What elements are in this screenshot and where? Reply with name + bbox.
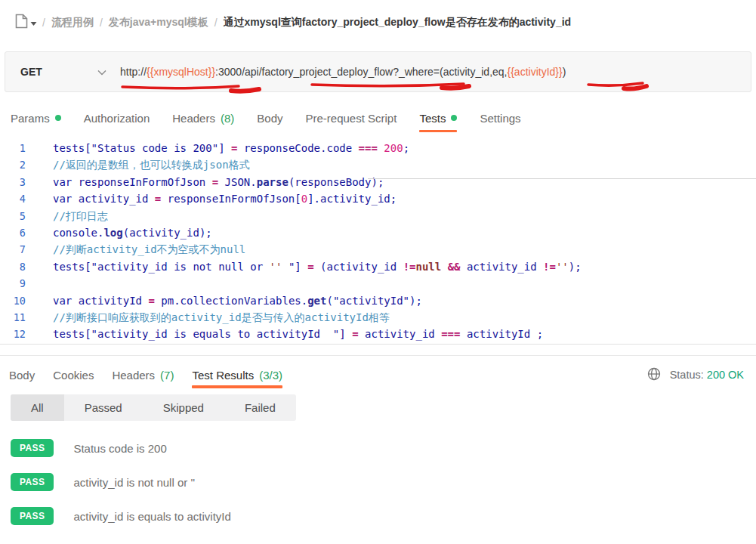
code-token: ]: [295, 261, 307, 273]
test-result-row: PASSactivity_id is equals to activityId: [11, 506, 745, 526]
request-url-bar: GET http://{{xmysqlHost}}:3000/api/facto…: [5, 51, 751, 92]
url-segment-plain: ): [563, 66, 566, 78]
code-token: !=: [543, 261, 556, 273]
request-tab-params[interactable]: Params: [11, 102, 61, 134]
tab-count: (7): [160, 369, 174, 382]
line-number: 8: [0, 258, 36, 275]
code-token: 0: [301, 193, 307, 205]
code-token: null: [415, 261, 441, 273]
code-line[interactable]: 1tests["Status code is 200"] = responseC…: [0, 140, 756, 156]
filter-tab-passed[interactable]: Passed: [64, 394, 143, 421]
code-token: =: [352, 328, 358, 340]
request-tab-authorization[interactable]: Authorization: [84, 102, 150, 134]
filter-tab-all[interactable]: All: [11, 394, 64, 421]
code-text: tests["Status code is 200"] = responseCo…: [36, 140, 409, 156]
pass-badge: PASS: [11, 473, 54, 491]
code-token: !=: [403, 261, 416, 273]
line-number: 9: [0, 275, 36, 292]
code-line[interactable]: 11//判断接口响应获取到的activity_id是否与传入的activityI…: [0, 309, 756, 326]
code-text: var responseInFormOfJson = JSON.parse(re…: [36, 174, 384, 190]
code-line[interactable]: 8tests["activity_id is not null or '' "]…: [0, 258, 756, 275]
tab-label: Body: [9, 369, 35, 382]
code-line[interactable]: 7//判断activity_id不为空或不为null: [0, 241, 756, 258]
request-tab-tests[interactable]: Tests: [419, 102, 457, 134]
code-line[interactable]: 4var activity_id = responseInFormOfJson[…: [0, 190, 756, 207]
url-input[interactable]: http://{{xmysqlHost}}:3000/api/factory_p…: [120, 66, 566, 78]
code-line[interactable]: 2//返回的是数组，也可以转换成json格式: [0, 156, 756, 173]
code-token: pm.collectionVariables.: [155, 295, 307, 307]
code-line[interactable]: 6console.log(activity_id);: [0, 224, 756, 241]
code-line[interactable]: 5//打印日志: [0, 208, 756, 224]
code-text: console.log(activity_id);: [36, 224, 212, 241]
request-tab-bar: ParamsAuthorizationHeaders(8)BodyPre-req…: [0, 102, 756, 134]
code-token: );: [409, 295, 422, 307]
tab-label: Body: [257, 112, 282, 125]
unsaved-dot-icon: [55, 115, 61, 121]
tab-count: (3/3): [259, 369, 282, 382]
code-token: =: [307, 261, 313, 273]
breadcrumb-item[interactable]: 发布java+mysql模板: [109, 16, 208, 29]
line-number: 10: [0, 292, 36, 309]
request-tab-pre-request-script[interactable]: Pre-request Script: [306, 102, 397, 134]
line-number: 6: [0, 224, 36, 241]
globe-icon[interactable]: [647, 367, 661, 383]
collection-file-button[interactable]: [15, 14, 37, 32]
breadcrumb-item[interactable]: 流程用例: [51, 16, 94, 29]
response-tab-body[interactable]: Body: [9, 361, 35, 388]
response-tab-test-results[interactable]: Test Results(3/3): [192, 361, 282, 388]
request-tab-headers[interactable]: Headers(8): [172, 102, 234, 134]
code-token: parse: [257, 176, 289, 188]
breadcrumb: /流程用例/发布java+mysql模板/通过xmysql查询factory_p…: [15, 9, 748, 36]
code-line[interactable]: 12tests["activity_id is equals to activi…: [0, 326, 756, 342]
code-token: responseInFormOfJson[: [161, 193, 301, 205]
code-line[interactable]: 10var activityId = pm.collectionVariable…: [0, 292, 756, 309]
code-line[interactable]: 3var responseInFormOfJson = JSON.parse(r…: [0, 174, 756, 190]
url-segment-plain: :3000/api/factory_project_deploy_flow?_w…: [215, 66, 507, 78]
pass-badge: PASS: [11, 439, 54, 457]
test-results-list: PASSStatus code is 200PASSactivity_id is…: [11, 438, 745, 540]
tab-label: Params: [11, 112, 50, 125]
code-token: //判断activity_id不为空或不为null: [53, 243, 245, 255]
code-token: ": [282, 261, 295, 273]
response-tab-cookies[interactable]: Cookies: [53, 361, 94, 388]
request-tab-settings[interactable]: Settings: [480, 102, 520, 134]
code-token: "activityId": [333, 295, 409, 307]
code-token: get: [307, 295, 326, 307]
code-text: //判断activity_id不为空或不为null: [36, 241, 245, 258]
code-token: "activity_id is equals to activityId ": [91, 328, 340, 340]
line-number: 5: [0, 208, 36, 224]
response-tab-headers[interactable]: Headers(7): [112, 361, 174, 388]
code-token: activityId ;: [460, 328, 543, 340]
filter-tab-failed[interactable]: Failed: [224, 394, 296, 421]
tab-label: Cookies: [53, 369, 94, 382]
code-text: tests["activity_id is not null or '' "] …: [36, 258, 582, 275]
code-token: console.: [53, 227, 103, 239]
tab-label: Test Results: [192, 369, 254, 382]
code-text: //打印日志: [36, 208, 108, 224]
code-token: responseCode.code: [237, 142, 358, 154]
status-label: Status:: [670, 369, 704, 381]
request-tab-body[interactable]: Body: [257, 102, 282, 134]
code-token: 200: [384, 142, 403, 154]
method-selector[interactable]: GET: [5, 66, 120, 78]
code-token: var responseInFormOfJson: [53, 176, 212, 188]
code-line[interactable]: 9: [0, 275, 756, 292]
test-result-row: PASSactivity_id is not null or '': [11, 472, 745, 492]
tab-count: (8): [221, 112, 234, 125]
pass-badge: PASS: [11, 507, 54, 525]
code-token: (: [326, 295, 332, 307]
code-token: tests[: [53, 328, 91, 340]
line-number: 4: [0, 190, 36, 207]
pane-resize-divider[interactable]: [368, 178, 756, 179]
code-token: log: [103, 227, 122, 239]
code-token: var activityId: [53, 295, 148, 307]
tests-code-editor[interactable]: 1tests["Status code is 200"] = responseC…: [0, 138, 756, 345]
filter-tab-skipped[interactable]: Skipped: [143, 394, 224, 421]
test-result-text: activity_id is not null or '': [73, 476, 195, 489]
code-token: ===: [359, 142, 378, 154]
response-header: BodyCookiesHeaders(7)Test Results(3/3) S…: [0, 361, 756, 388]
breadcrumb-current-item: 通过xmysql查询factory_project_deploy_flow是否存…: [224, 16, 572, 29]
code-token: (activity_id: [314, 261, 403, 273]
code-token: ;: [403, 142, 409, 154]
response-section-divider: [0, 355, 756, 356]
